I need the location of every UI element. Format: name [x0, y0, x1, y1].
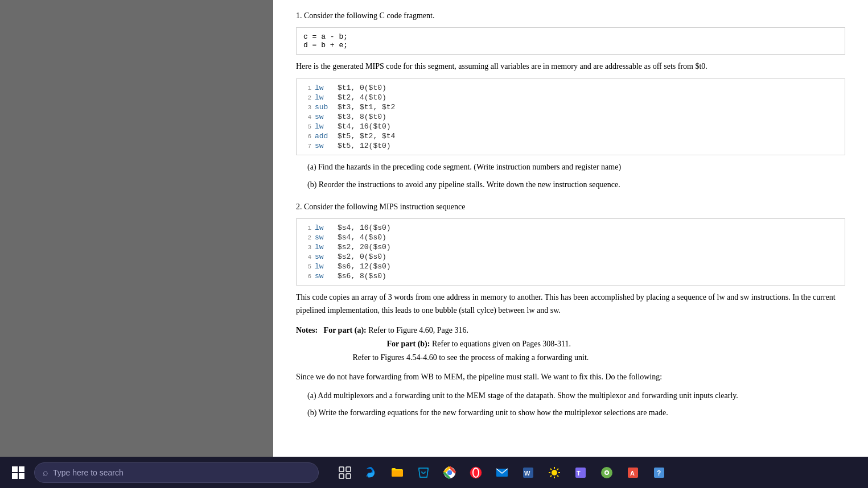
mail-button[interactable]: [489, 460, 515, 485]
q1-code-block: c = a - b; d = b + e;: [296, 27, 845, 55]
word-icon: W: [521, 466, 535, 479]
mips-row: 4 sw $t3, 8($t0): [303, 113, 838, 121]
q2-notes: Notes: For part (a): Refer to Figure 4.6…: [296, 324, 845, 364]
sidebar-panel: [0, 0, 273, 457]
mips-row: 1 lw $s4, 16($s0): [303, 224, 838, 232]
svg-line-22: [550, 468, 552, 469]
edge-icon: [364, 466, 378, 479]
svg-point-17: [552, 470, 557, 475]
svg-point-12: [473, 468, 479, 477]
q1-header: 1. Consider the following C code fragmen…: [296, 11, 845, 20]
mips-row: 4 sw $s2, 0($s0): [303, 253, 838, 261]
anki-icon: A: [626, 466, 640, 479]
windows-icon: [11, 466, 25, 479]
anki-button[interactable]: A: [620, 460, 645, 485]
unknown-app-icon: ?: [652, 466, 666, 479]
mips-row: 5 lw $s6, 12($s0): [303, 262, 838, 271]
svg-rect-3: [19, 473, 24, 479]
q2-header: 2. Consider the following MIPS instructi…: [296, 202, 845, 212]
q2-since: Since we do not have forwarding from WB …: [296, 371, 845, 383]
taskbar-search-bar[interactable]: ⌕ Type here to search: [34, 462, 319, 483]
word-button[interactable]: W: [516, 460, 541, 485]
part-a-bold: For part (a):: [324, 326, 367, 334]
part-a-text: Refer to Figure 4.60, Page 316.: [368, 326, 468, 334]
opera-icon: [469, 466, 483, 479]
search-placeholder-text: Type here to search: [53, 468, 124, 477]
teams-button[interactable]: T: [568, 460, 593, 485]
mips-row: 6 add $t5, $t2, $t4: [303, 132, 838, 140]
taskbar-center-icons: W T: [332, 460, 672, 485]
explorer-icon: [390, 466, 404, 479]
q1-code-line1: c = a - b;: [303, 32, 838, 41]
mips-row: 2 lw $t2, 4($t0): [303, 93, 838, 102]
question-1: 1. Consider the following C code fragmen…: [296, 11, 845, 191]
store-button[interactable]: [411, 460, 436, 485]
svg-point-30: [606, 472, 608, 474]
part-b-text: Refer to equations given on Pages 308-31…: [432, 340, 571, 348]
svg-rect-6: [339, 474, 344, 478]
q2-description: This code copies an array of 3 words fro…: [296, 291, 845, 317]
weather-button[interactable]: [542, 460, 567, 485]
mips-row: 3 lw $s2, 20($s0): [303, 243, 838, 251]
chrome-button[interactable]: [437, 460, 462, 485]
main-content: 1. Consider the following C code fragmen…: [273, 0, 868, 457]
store-icon: [417, 466, 430, 479]
mips-row: 2 sw $s4, 4($s0): [303, 233, 838, 242]
q1-mips-table: 1 lw $t1, 0($t0) 2 lw $t2, 4($t0) 3 sub …: [296, 78, 845, 155]
mips-row: 6 sw $s6, 8($s0): [303, 272, 838, 280]
start-button[interactable]: [5, 459, 32, 486]
question-2: 2. Consider the following MIPS instructi…: [296, 202, 845, 419]
q1-description: Here is the generated MIPS code for this…: [296, 60, 845, 73]
svg-rect-4: [339, 467, 344, 472]
svg-rect-7: [346, 474, 351, 478]
mips-row: 5 lw $t4, 16($t0): [303, 122, 838, 131]
taskview-icon: [339, 466, 351, 479]
mail-icon: [495, 466, 509, 479]
q1-code-line2: d = b + e;: [303, 41, 838, 49]
q2-mips-table: 1 lw $s4, 16($s0) 2 sw $s4, 4($s0) 3 lw …: [296, 218, 845, 286]
q1-sub-a: (a) Find the hazards in the preceding co…: [307, 161, 845, 173]
svg-text:A: A: [630, 470, 635, 477]
notes-label: Notes:: [296, 326, 318, 334]
greenshot-button[interactable]: [594, 460, 619, 485]
svg-line-25: [550, 475, 552, 477]
chrome-icon: [443, 466, 456, 479]
mips-row: 7 sw $t5, 12($t0): [303, 142, 838, 150]
svg-rect-2: [12, 473, 18, 479]
svg-rect-1: [19, 466, 24, 472]
svg-rect-5: [346, 467, 351, 472]
mips-row: 3 sub $t3, $t1, $t2: [303, 103, 838, 111]
svg-text:?: ?: [657, 469, 661, 477]
greenshot-icon: [600, 466, 614, 479]
notes-space: [320, 326, 324, 334]
search-icon: ⌕: [43, 468, 48, 478]
svg-line-23: [557, 475, 558, 477]
svg-point-10: [447, 470, 452, 475]
svg-text:W: W: [524, 470, 530, 477]
unknown-app-button[interactable]: ?: [647, 460, 672, 485]
part-c-text: Refer to Figures 4.54-4.60 to see the pr…: [353, 353, 589, 362]
edge-button[interactable]: [359, 460, 384, 485]
svg-line-24: [557, 468, 558, 469]
teams-icon: T: [574, 466, 587, 479]
mips-row: 1 lw $t1, 0($t0): [303, 84, 838, 92]
part-b-bold: For part (b):: [387, 340, 430, 348]
svg-rect-0: [12, 466, 18, 472]
q2-sub-b: (b) Write the forwarding equations for t…: [307, 407, 845, 419]
svg-text:T: T: [577, 470, 581, 477]
taskview-button[interactable]: [332, 460, 357, 485]
taskbar: ⌕ Type here to search: [0, 457, 868, 488]
q2-sub-a: (a) Add multiplexors and a forwarding un…: [307, 390, 845, 402]
q1-sub-b: (b) Reorder the instructions to avoid an…: [307, 179, 845, 191]
explorer-button[interactable]: [385, 460, 410, 485]
weather-icon: [548, 466, 561, 479]
opera-button[interactable]: [463, 460, 488, 485]
